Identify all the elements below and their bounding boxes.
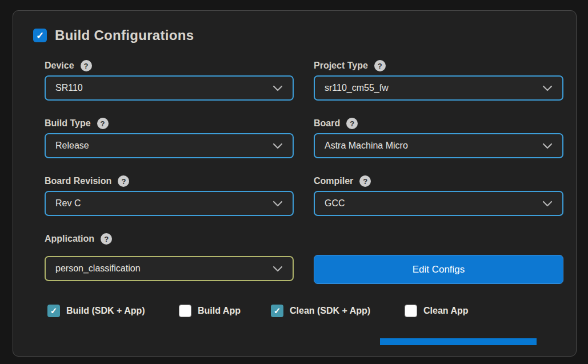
field-application: Application ? person_classification bbox=[45, 233, 294, 281]
project-type-select[interactable]: sr110_cm55_fw bbox=[314, 75, 563, 101]
build-type-select[interactable]: Release bbox=[45, 133, 294, 158]
checkbox-label: Build (SDK + App) bbox=[66, 306, 145, 316]
chevron-down-icon bbox=[273, 85, 283, 91]
checkbox-clean-app[interactable]: Clean App bbox=[405, 305, 469, 317]
panel-title-row: ✓ Build Configurations bbox=[33, 27, 194, 43]
board-revision-label: Board Revision bbox=[45, 176, 111, 186]
board-revision-help-icon[interactable]: ? bbox=[118, 175, 129, 187]
board-select[interactable]: Astra Machina Micro bbox=[314, 133, 563, 158]
checkbox-label: Clean (SDK + App) bbox=[290, 306, 370, 316]
field-board-revision: Board Revision ? Rev C bbox=[45, 175, 294, 216]
unchecked-checkbox-icon bbox=[405, 305, 417, 317]
build-type-help-icon[interactable]: ? bbox=[97, 118, 109, 129]
field-build-type: Build Type ? Release bbox=[45, 117, 294, 158]
build-configurations-panel: ✓ Build Configurations Device ? SR110 Pr… bbox=[13, 10, 577, 357]
edit-configs-button[interactable]: Edit Configs bbox=[314, 255, 563, 284]
compiler-select-value: GCC bbox=[325, 198, 345, 209]
build-type-select-value: Release bbox=[55, 141, 89, 151]
board-revision-select-value: Rev C bbox=[55, 198, 81, 209]
progress-bar bbox=[380, 338, 537, 345]
build-type-label: Build Type bbox=[45, 118, 91, 129]
board-select-value: Astra Machina Micro bbox=[325, 141, 408, 151]
field-project-type: Project Type ? sr110_cm55_fw bbox=[314, 59, 563, 101]
check-icon: ✓ bbox=[36, 30, 44, 42]
application-select[interactable]: person_classification bbox=[45, 256, 294, 281]
build-configurations-checkbox[interactable]: ✓ bbox=[33, 29, 47, 42]
project-type-help-icon[interactable]: ? bbox=[374, 60, 386, 71]
checked-checkbox-icon: ✓ bbox=[47, 305, 60, 317]
chevron-down-icon bbox=[273, 201, 283, 207]
device-label: Device bbox=[45, 61, 74, 71]
chevron-down-icon bbox=[542, 143, 553, 149]
project-type-label: Project Type bbox=[314, 61, 368, 71]
chevron-down-icon bbox=[542, 201, 553, 207]
device-select[interactable]: SR110 bbox=[45, 75, 294, 101]
form-grid: Device ? SR110 Project Type ? sr110_cm55… bbox=[45, 59, 563, 281]
checkbox-label: Build App bbox=[198, 306, 241, 316]
compiler-select[interactable]: GCC bbox=[314, 191, 563, 216]
device-help-icon[interactable]: ? bbox=[81, 60, 92, 71]
checkbox-clean-sdk-app[interactable]: ✓ Clean (SDK + App) bbox=[271, 305, 370, 317]
checkbox-build-sdk-app[interactable]: ✓ Build (SDK + App) bbox=[47, 305, 145, 317]
board-revision-select[interactable]: Rev C bbox=[45, 191, 294, 216]
project-type-select-value: sr110_cm55_fw bbox=[325, 83, 389, 93]
field-board: Board ? Astra Machina Micro bbox=[314, 117, 563, 158]
compiler-help-icon[interactable]: ? bbox=[359, 175, 371, 187]
build-options-row: ✓ Build (SDK + App) Build App ✓ Clean (S… bbox=[45, 305, 563, 318]
checkbox-label: Clean App bbox=[423, 306, 469, 316]
checked-checkbox-icon: ✓ bbox=[271, 305, 283, 317]
chevron-down-icon bbox=[273, 143, 283, 149]
device-select-value: SR110 bbox=[55, 83, 83, 93]
compiler-label: Compiler bbox=[314, 176, 353, 186]
chevron-down-icon bbox=[542, 85, 553, 91]
field-compiler: Compiler ? GCC bbox=[314, 175, 563, 216]
unchecked-checkbox-icon bbox=[179, 305, 191, 317]
application-select-value: person_classification bbox=[55, 263, 141, 274]
chevron-down-icon bbox=[273, 266, 283, 272]
application-label: Application bbox=[45, 234, 94, 244]
field-device: Device ? SR110 bbox=[45, 59, 294, 101]
application-help-icon[interactable]: ? bbox=[101, 233, 112, 245]
checkbox-build-app[interactable]: Build App bbox=[179, 305, 241, 317]
board-help-icon[interactable]: ? bbox=[346, 118, 358, 129]
page-title: Build Configurations bbox=[55, 27, 194, 43]
board-label: Board bbox=[314, 118, 340, 129]
